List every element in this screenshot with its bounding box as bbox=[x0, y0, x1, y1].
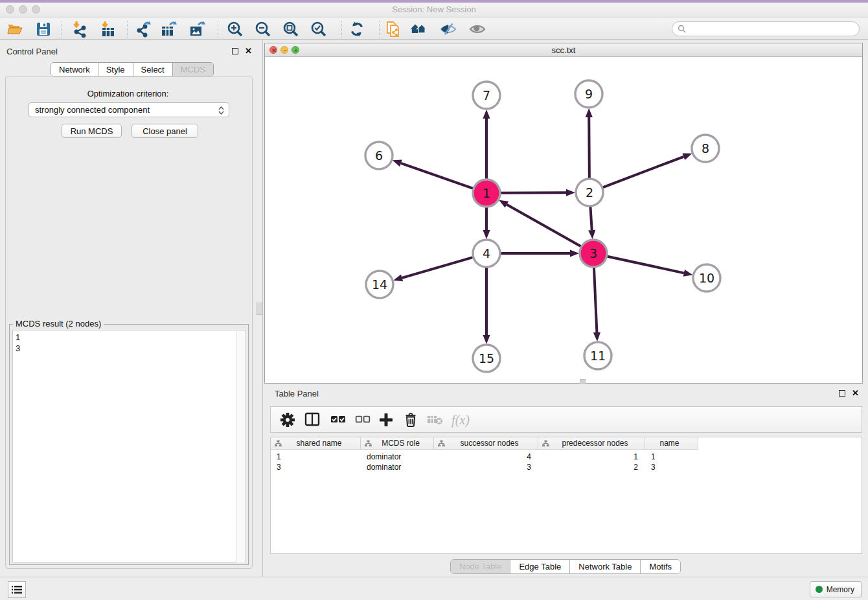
table-settings-button[interactable] bbox=[280, 411, 295, 429]
task-history-button[interactable] bbox=[8, 581, 26, 598]
search-input[interactable] bbox=[672, 21, 860, 36]
node-4[interactable]: 4 bbox=[473, 240, 500, 267]
node-table[interactable]: shared name13MCDS roledominatordominator… bbox=[270, 437, 862, 554]
cell-MCDS-role-row0[interactable]: dominator bbox=[361, 452, 434, 462]
edge-4-14[interactable] bbox=[393, 257, 474, 281]
column-header-predecessor-nodes[interactable]: predecessor nodes bbox=[538, 437, 645, 450]
memory-button[interactable]: Memory bbox=[810, 581, 862, 597]
cell-name-row1[interactable]: 3 bbox=[645, 462, 698, 472]
edge-1-2[interactable] bbox=[500, 189, 575, 196]
table-panel-float-button[interactable] bbox=[839, 390, 845, 397]
node-7[interactable]: 7 bbox=[473, 82, 500, 109]
close-panel-button[interactable]: Close panel bbox=[131, 124, 198, 138]
open-session-button[interactable] bbox=[5, 19, 25, 39]
mcds-result-line: 3 bbox=[16, 343, 246, 354]
cell-name-row0[interactable]: 1 bbox=[645, 452, 698, 462]
zoom-selected-button[interactable] bbox=[309, 19, 328, 39]
tab-motifs[interactable]: Motifs bbox=[641, 560, 680, 573]
svg-text:2: 2 bbox=[586, 185, 593, 200]
edge-2-3[interactable] bbox=[588, 206, 595, 239]
cell-successor-nodes-row1[interactable]: 3 bbox=[434, 462, 538, 472]
cell-predecessor-nodes-row0[interactable]: 1 bbox=[538, 452, 645, 462]
export-network-button[interactable] bbox=[133, 19, 153, 39]
edge-1-6[interactable] bbox=[393, 160, 474, 189]
show-eye-button[interactable] bbox=[468, 19, 487, 39]
tab-network[interactable]: Network bbox=[51, 63, 98, 76]
node-15[interactable]: 15 bbox=[473, 345, 500, 372]
tab-network-table[interactable]: Network Table bbox=[570, 560, 641, 573]
apply-layout-button[interactable] bbox=[347, 19, 367, 39]
column-header-name[interactable]: name bbox=[645, 437, 698, 450]
cell-shared-name-row1[interactable]: 3 bbox=[271, 462, 361, 472]
tab-select[interactable]: Select bbox=[133, 63, 173, 76]
optimization-criterion-dropdown[interactable]: strongly connected component bbox=[29, 102, 229, 117]
node-9[interactable]: 9 bbox=[575, 80, 602, 108]
cell-successor-nodes-row0[interactable]: 4 bbox=[434, 452, 538, 462]
create-column-button[interactable] bbox=[378, 411, 394, 429]
edge-3-11[interactable] bbox=[593, 267, 600, 341]
network-window-titlebar[interactable]: ✕ − + scc.txt bbox=[265, 43, 862, 57]
edge-1-7[interactable] bbox=[483, 110, 490, 179]
control-panel-float-button[interactable] bbox=[232, 48, 238, 54]
edge-3-1[interactable] bbox=[499, 200, 582, 247]
select-all-columns-button[interactable] bbox=[330, 411, 346, 429]
run-mcds-button[interactable]: Run MCDS bbox=[62, 124, 122, 138]
column-header-successor-nodes[interactable]: successor nodes bbox=[434, 437, 538, 450]
svg-text:3: 3 bbox=[589, 246, 597, 260]
toolbar-separator bbox=[379, 21, 380, 38]
node-6[interactable]: 6 bbox=[365, 142, 393, 169]
node-3[interactable]: 3 bbox=[580, 240, 607, 267]
node-8[interactable]: 8 bbox=[692, 135, 719, 162]
zoom-out-button[interactable] bbox=[253, 19, 273, 39]
splitter-handle[interactable] bbox=[257, 303, 262, 315]
split-panel-button[interactable] bbox=[304, 411, 320, 429]
import-network-button[interactable] bbox=[70, 19, 89, 39]
network-view-window: ✕ − + scc.txt 7968124314101511 bbox=[264, 43, 863, 384]
canvas-hscroll-thumb[interactable] bbox=[580, 379, 586, 384]
node-11[interactable]: 11 bbox=[584, 342, 611, 369]
svg-text:1: 1 bbox=[483, 186, 490, 200]
edge-4-15[interactable] bbox=[483, 267, 490, 344]
cell-MCDS-role-row1[interactable]: dominator bbox=[361, 462, 434, 472]
network-canvas[interactable]: 7968124314101511 bbox=[265, 57, 862, 383]
save-session-button[interactable] bbox=[34, 19, 53, 39]
control-panel-title: Control Panel bbox=[6, 47, 58, 56]
column-type-icon bbox=[275, 440, 282, 447]
tab-style[interactable]: Style bbox=[98, 63, 133, 76]
edge-3-10[interactable] bbox=[607, 256, 693, 276]
mcds-result-list[interactable]: 13 bbox=[12, 330, 246, 562]
zoom-fit-button[interactable] bbox=[281, 19, 301, 39]
control-panel-close-button[interactable]: ✕ bbox=[245, 48, 252, 54]
export-image-button[interactable] bbox=[188, 19, 207, 39]
hide-eye-button[interactable] bbox=[439, 19, 458, 39]
toolbar-separator bbox=[341, 21, 342, 38]
cell-shared-name-row0[interactable]: 1 bbox=[271, 452, 361, 462]
home-nested-networks-button[interactable] bbox=[409, 19, 428, 39]
edge-2-9[interactable] bbox=[586, 108, 593, 179]
result-scrollbar[interactable] bbox=[236, 331, 245, 562]
column-header-shared-name[interactable]: shared name bbox=[271, 437, 361, 450]
export-table-button[interactable] bbox=[159, 19, 179, 39]
zoom-in-button[interactable] bbox=[225, 19, 245, 39]
tab-node-table[interactable]: Node Table bbox=[451, 560, 511, 573]
node-2[interactable]: 2 bbox=[576, 179, 603, 206]
main-toolbar bbox=[0, 17, 868, 40]
tab-edge-table[interactable]: Edge Table bbox=[510, 560, 570, 573]
cell-predecessor-nodes-row1[interactable]: 2 bbox=[538, 462, 645, 472]
column-header-MCDS-role[interactable]: MCDS role bbox=[361, 437, 434, 450]
tab-mcds[interactable]: MCDS bbox=[173, 63, 213, 76]
import-table-button[interactable] bbox=[98, 19, 118, 39]
node-10[interactable]: 10 bbox=[693, 264, 720, 292]
node-14[interactable]: 14 bbox=[366, 271, 393, 298]
edge-1-4[interactable] bbox=[483, 207, 490, 239]
clone-network-button[interactable] bbox=[383, 19, 403, 39]
delete-columns-button[interactable] bbox=[403, 411, 418, 429]
delete-table-button bbox=[426, 411, 443, 429]
status-bar: Memory bbox=[0, 577, 868, 600]
edge-4-3[interactable] bbox=[500, 249, 579, 257]
node-1[interactable]: 1 bbox=[473, 179, 500, 207]
unselect-all-columns-button[interactable] bbox=[355, 411, 371, 429]
edge-2-8[interactable] bbox=[602, 154, 692, 188]
table-panel-close-button[interactable]: ✕ bbox=[852, 390, 859, 397]
svg-text:6: 6 bbox=[375, 148, 383, 163]
